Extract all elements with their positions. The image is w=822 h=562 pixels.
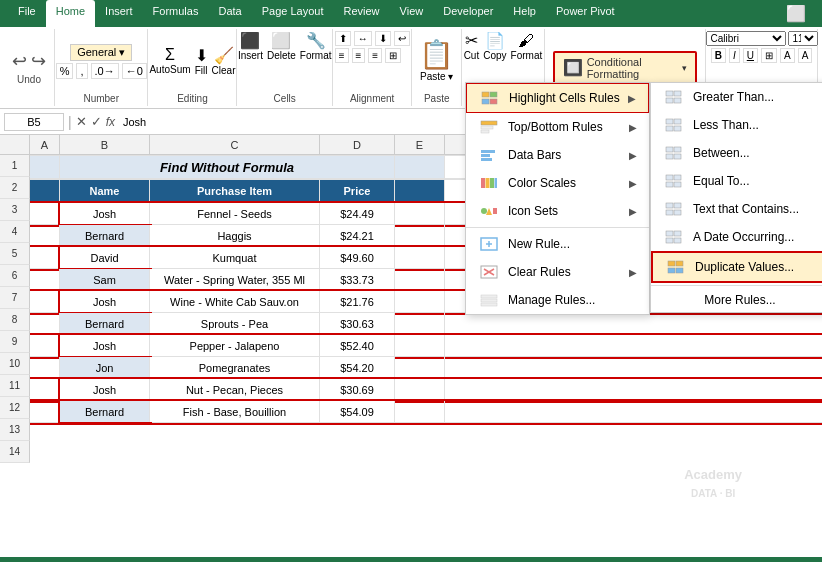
fill-color-button[interactable]: A bbox=[780, 48, 795, 63]
decrease-decimal-button[interactable]: ←0 bbox=[122, 63, 147, 79]
align-middle-button[interactable]: ↔ bbox=[354, 31, 372, 46]
font-color-button[interactable]: A bbox=[798, 48, 813, 63]
cell-a5[interactable] bbox=[30, 203, 60, 224]
merge-button[interactable]: ⊞ bbox=[385, 48, 401, 63]
tab-help[interactable]: Help bbox=[503, 0, 546, 27]
cell-b11[interactable]: Josh bbox=[60, 335, 150, 356]
col-header-e[interactable]: E bbox=[395, 135, 445, 154]
cell-title[interactable]: Find Without Formula bbox=[60, 156, 395, 178]
submenu-equal-to[interactable]: Equal To... bbox=[651, 167, 822, 195]
menu-item-colorscales[interactable]: Color Scales ▶ bbox=[466, 169, 649, 197]
align-left-button[interactable]: ≡ bbox=[335, 48, 349, 63]
cell-e9[interactable] bbox=[395, 291, 445, 312]
cell-c13[interactable]: Nut - Pecan, Pieces bbox=[150, 379, 320, 400]
cell-e11[interactable] bbox=[395, 335, 445, 356]
cell-b6[interactable]: Bernard bbox=[60, 225, 150, 246]
align-center-button[interactable]: ≡ bbox=[352, 48, 366, 63]
menu-item-highlight-cells[interactable]: Highlight Cells Rules ▶ bbox=[466, 83, 649, 113]
col-header-a[interactable]: A bbox=[30, 135, 60, 154]
tab-formulas[interactable]: Formulas bbox=[143, 0, 209, 27]
align-top-button[interactable]: ⬆ bbox=[335, 31, 351, 46]
cell-b8[interactable]: Sam bbox=[60, 269, 150, 290]
cell-d5[interactable]: $24.49 bbox=[320, 203, 395, 224]
undo-button[interactable]: ↩ bbox=[12, 50, 27, 72]
cell-a6[interactable] bbox=[30, 225, 60, 246]
submenu-date-occurring[interactable]: A Date Occurring... bbox=[651, 223, 822, 251]
cell-d11[interactable]: $52.40 bbox=[320, 335, 395, 356]
cell-a8[interactable] bbox=[30, 269, 60, 290]
menu-item-topbottom[interactable]: Top/Bottom Rules ▶ bbox=[466, 113, 649, 141]
submenu-duplicate-values[interactable]: Duplicate Values... bbox=[651, 251, 822, 283]
tab-developer[interactable]: Developer bbox=[433, 0, 503, 27]
cell-c4-header[interactable]: Purchase Item bbox=[150, 180, 320, 202]
tab-home[interactable]: Home bbox=[46, 0, 95, 27]
cell-c5[interactable]: Fennel - Seeds bbox=[150, 203, 320, 224]
cell-b12[interactable]: Jon bbox=[60, 357, 150, 378]
cell-e14[interactable] bbox=[395, 401, 445, 422]
cell-c12[interactable]: Pomegranates bbox=[150, 357, 320, 378]
menu-item-clearrules[interactable]: Clear Rules ▶ bbox=[466, 258, 649, 286]
cell-e2[interactable] bbox=[395, 156, 445, 178]
cell-b4-header[interactable]: Name bbox=[60, 180, 150, 202]
cell-e12[interactable] bbox=[395, 357, 445, 378]
conditional-formatting-button[interactable]: 🔲 Conditional Formatting ▾ bbox=[553, 51, 697, 85]
bold-button[interactable]: B bbox=[711, 48, 726, 63]
delete-cells-button[interactable]: ⬜Delete bbox=[267, 31, 296, 61]
submenu-text-contains[interactable]: Text that Contains... bbox=[651, 195, 822, 223]
cell-d12[interactable]: $54.20 bbox=[320, 357, 395, 378]
tab-file[interactable]: File bbox=[8, 0, 46, 27]
cell-e10[interactable] bbox=[395, 313, 445, 334]
cell-b7[interactable]: David bbox=[60, 247, 150, 268]
cell-a2[interactable] bbox=[30, 156, 60, 178]
fill-button[interactable]: ⬇ Fill bbox=[195, 46, 208, 76]
cell-a14[interactable] bbox=[30, 401, 60, 422]
paste-button[interactable]: 📋 bbox=[419, 41, 454, 69]
percent-button[interactable]: % bbox=[56, 63, 74, 79]
cell-e5[interactable] bbox=[395, 203, 445, 224]
cell-c8[interactable]: Water - Spring Water, 355 Ml bbox=[150, 269, 320, 290]
underline-button[interactable]: U bbox=[743, 48, 758, 63]
cell-d9[interactable]: $21.76 bbox=[320, 291, 395, 312]
format-painter-button[interactable]: 🖌Format bbox=[511, 32, 543, 61]
cell-d6[interactable]: $24.21 bbox=[320, 225, 395, 246]
tab-insert[interactable]: Insert bbox=[95, 0, 143, 27]
cell-e13[interactable] bbox=[395, 379, 445, 400]
clear-button[interactable]: 🧹 Clear bbox=[212, 46, 236, 76]
cell-e8[interactable] bbox=[395, 269, 445, 290]
cell-b10[interactable]: Bernard bbox=[60, 313, 150, 334]
cell-d13[interactable]: $30.69 bbox=[320, 379, 395, 400]
cell-b9[interactable]: Josh bbox=[60, 291, 150, 312]
cell-d8[interactable]: $33.73 bbox=[320, 269, 395, 290]
wrap-text-button[interactable]: ↩ bbox=[394, 31, 410, 46]
cell-a4[interactable] bbox=[30, 180, 60, 202]
format-cells-button[interactable]: 🔧Format bbox=[300, 31, 332, 61]
tab-pagelayout[interactable]: Page Layout bbox=[252, 0, 334, 27]
cell-c14[interactable]: Fish - Base, Bouillion bbox=[150, 401, 320, 422]
cell-d7[interactable]: $49.60 bbox=[320, 247, 395, 268]
cut-button[interactable]: ✂Cut bbox=[464, 31, 480, 61]
cell-reference-box[interactable] bbox=[4, 113, 64, 131]
menu-item-managerules[interactable]: Manage Rules... bbox=[466, 286, 649, 314]
cell-a10[interactable] bbox=[30, 313, 60, 334]
cell-d10[interactable]: $30.63 bbox=[320, 313, 395, 334]
cell-c9[interactable]: Wine - White Cab Sauv.on bbox=[150, 291, 320, 312]
submenu-more-rules[interactable]: More Rules... bbox=[651, 288, 822, 312]
submenu-between[interactable]: Between... bbox=[651, 139, 822, 167]
confirm-formula-button[interactable]: ✓ bbox=[91, 114, 102, 129]
cell-e4[interactable] bbox=[395, 180, 445, 202]
tab-data[interactable]: Data bbox=[208, 0, 251, 27]
cell-a12[interactable] bbox=[30, 357, 60, 378]
copy-button[interactable]: 📄Copy bbox=[483, 31, 506, 61]
cell-e6[interactable] bbox=[395, 225, 445, 246]
col-header-d[interactable]: D bbox=[320, 135, 395, 154]
submenu-greater-than[interactable]: Greater Than... bbox=[651, 83, 822, 111]
cell-d14[interactable]: $54.09 bbox=[320, 401, 395, 422]
align-right-button[interactable]: ≡ bbox=[368, 48, 382, 63]
increase-decimal-button[interactable]: .0→ bbox=[91, 63, 119, 79]
border-button[interactable]: ⊞ bbox=[761, 48, 777, 63]
cell-e7[interactable] bbox=[395, 247, 445, 268]
minimize-ribbon-button[interactable]: ⬜ bbox=[778, 0, 814, 27]
autosum-button[interactable]: Σ AutoSum bbox=[149, 46, 190, 76]
insert-cells-button[interactable]: ⬛Insert bbox=[238, 31, 263, 61]
align-bottom-button[interactable]: ⬇ bbox=[375, 31, 391, 46]
